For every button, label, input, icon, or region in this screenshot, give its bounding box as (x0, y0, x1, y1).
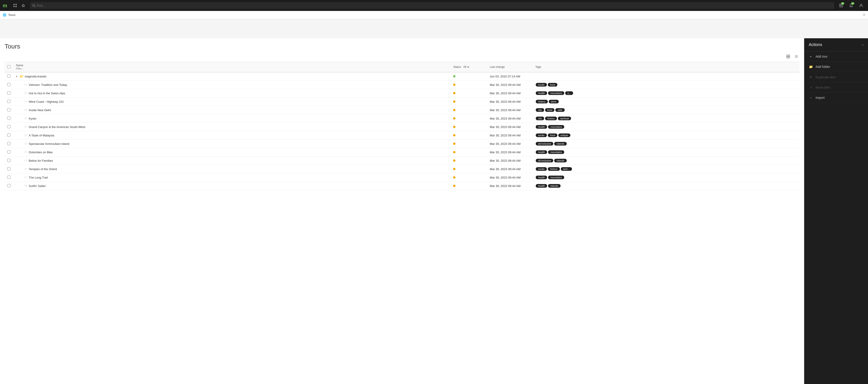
action-item-import[interactable]: → Import (804, 93, 868, 103)
user-button[interactable] (857, 1, 865, 9)
row-checkbox[interactable] (7, 142, 10, 145)
row-name-label: Kyoto (29, 117, 36, 120)
row-checkbox[interactable] (7, 159, 10, 162)
drag-handle[interactable]: ⠿⠿ (24, 83, 27, 86)
row-checkbox[interactable] (7, 83, 10, 86)
action-item-add-tour[interactable]: + Add tour (804, 51, 868, 62)
user-icon (859, 3, 863, 7)
favorites-button[interactable] (19, 1, 27, 9)
list-view-button[interactable] (793, 54, 800, 60)
drag-handle[interactable]: ⠿⠿ (24, 143, 27, 145)
tags-cell: cityfoodsale (532, 106, 800, 114)
status-dot (453, 134, 456, 136)
table-row: ⠿⠿ Surfin' Safari Mar 30, 2023 09:44 AM … (5, 182, 800, 190)
lastchange-cell: Mar 30, 2023 09:44 AM (487, 173, 532, 182)
search-icon (32, 4, 35, 7)
tag: islands (554, 142, 566, 145)
svg-rect-13 (786, 55, 788, 56)
drag-handle[interactable]: ⠿⠿ (24, 117, 27, 120)
search-input[interactable] (37, 4, 832, 7)
drag-handle[interactable]: ⠿⠿ (24, 160, 27, 162)
name-filter-input[interactable] (16, 67, 448, 70)
row-checkbox[interactable] (7, 176, 10, 179)
row-checkbox[interactable] (7, 116, 10, 120)
drag-handle[interactable]: ⠿⠿ (24, 151, 27, 153)
row-checkbox[interactable] (7, 108, 10, 111)
tags-cell: healthmountains (532, 148, 800, 156)
lastchange-cell: Mar 30, 2023 09:44 AM (487, 123, 532, 131)
content-area: Tours Name (0, 38, 804, 384)
action-icon-add-tour: + (809, 55, 813, 58)
lastchange-cell: Mar 30, 2023 09:44 AM (487, 148, 532, 156)
action-label-duplicate-item: Duplicate item (815, 75, 836, 79)
tag: history (548, 167, 560, 171)
tag: health (536, 150, 547, 154)
tags-cell: exotichistoryspiri... (532, 165, 800, 173)
row-checkbox[interactable] (7, 91, 10, 95)
actions-header: Actions › (804, 38, 868, 51)
drag-handle[interactable]: ⠿⠿ (24, 100, 27, 103)
apps-button[interactable] (11, 1, 19, 9)
action-item-add-folder[interactable]: 📁 Add folder (804, 62, 868, 72)
status-dot (453, 185, 456, 187)
svg-rect-14 (788, 55, 790, 56)
tasks-badge: 0 (841, 2, 844, 5)
row-checkbox[interactable] (7, 74, 10, 78)
row-name-label: Inside New Delhi (29, 108, 51, 112)
star-icon (22, 4, 25, 7)
tag: mountains (548, 176, 564, 179)
drag-handle[interactable]: ⠿⠿ (24, 168, 27, 170)
row-checkbox[interactable] (7, 125, 10, 128)
select-all-checkbox[interactable] (7, 65, 10, 68)
lastchange-cell: Mar 30, 2023 09:44 AM (487, 140, 532, 148)
table-row: ⠿⠿ Belize for Families Mar 30, 2023 09:4… (5, 156, 800, 165)
row-checkbox[interactable] (7, 150, 10, 153)
notifications-button[interactable]: 0 (847, 1, 855, 9)
svg-rect-4 (16, 6, 17, 7)
tag: mountains (548, 125, 564, 129)
action-icon-move-item: ↗ (809, 85, 813, 89)
expand-button[interactable]: ▾ (16, 75, 17, 78)
thumbnail-view-button[interactable] (785, 54, 792, 60)
close-button[interactable]: × (863, 12, 865, 17)
table-body: ▾ 📁 magnolia-travels Jun 03, 2015 07:14 … (5, 72, 800, 190)
table-row: ⠿⠿ West Coast - Highway 101 Mar 30, 2023… (5, 98, 800, 106)
lastchange-cell: Jun 03, 2015 07:14 AM (487, 72, 532, 81)
row-name-label: Surfin' Safari (29, 184, 45, 188)
table-row: ⠿⠿ Vietnam: Tradition and Today Mar 30, … (5, 81, 800, 89)
svg-point-6 (33, 4, 35, 6)
row-name-label: Grand Canyon & the American South-West (29, 125, 85, 129)
drag-handle[interactable]: ⠿⠿ (24, 176, 27, 179)
drag-handle[interactable]: ⠿⠿ (24, 134, 27, 137)
row-checkbox[interactable] (7, 134, 10, 137)
tag: health (536, 176, 547, 179)
search-bar[interactable] (30, 2, 834, 9)
status-dot (453, 117, 456, 119)
drag-handle[interactable]: ⠿⠿ (24, 126, 27, 128)
col-tags-header: Tags (532, 62, 800, 72)
drag-handle[interactable]: ⠿⠿ (24, 109, 27, 111)
logo: m (3, 2, 11, 9)
row-checkbox[interactable] (7, 167, 10, 170)
tag: health (536, 91, 547, 95)
tags-cell: all-inclusiveislands (532, 156, 800, 165)
status-dot (453, 100, 456, 103)
table-row: ⠿⠿ Grand Canyon & the American South-Wes… (5, 123, 800, 131)
tasks-button[interactable]: 0 (837, 1, 845, 9)
top-navigation: m 0 0 (0, 0, 868, 11)
drag-handle[interactable]: ⠿⠿ (24, 92, 27, 95)
actions-expand-button[interactable]: › (862, 43, 863, 47)
drag-handle[interactable]: ⠿⠿ (24, 185, 27, 187)
row-checkbox[interactable] (7, 184, 10, 187)
table-row: ⠿⠿ Dolomites on Bike Mar 30, 2023 09:44 … (5, 148, 800, 156)
main-layout: Tours Name (0, 38, 868, 384)
tag: city (536, 108, 544, 112)
status-filter-select[interactable]: All (462, 65, 470, 69)
status-dot (453, 151, 456, 153)
row-name-label: Spectacular Ammouliani Island (29, 142, 69, 145)
row-name-label: Vietnam: Tradition and Today (29, 83, 67, 86)
tours-table: Name Status All Last change Tags (5, 62, 800, 190)
actions-panel: Actions › + Add tour 📁 Add folder ⧉ Dupl… (804, 38, 868, 384)
row-checkbox[interactable] (7, 100, 10, 103)
svg-rect-2 (16, 4, 17, 5)
